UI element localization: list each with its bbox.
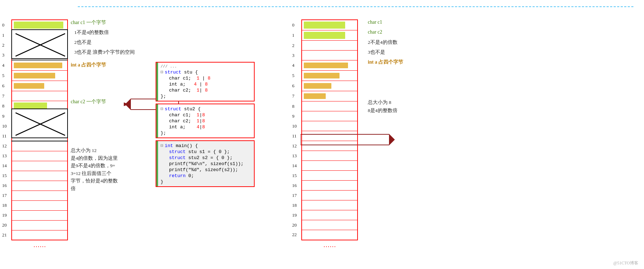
field-c2-align: 8 [202, 88, 208, 93]
ann-char-c2-text: char c2 一个字节 [71, 99, 106, 104]
right-ann-int-a-text: int a 占四个字节 [368, 59, 403, 65]
ann-int-a: int a 占四个字节 [71, 62, 106, 68]
table-row: 19 [12, 210, 68, 220]
right-bar-green-0 [304, 22, 345, 29]
stu2-field-c1-align: 8 [202, 112, 205, 118]
right-row-num-5: 5 [292, 73, 295, 78]
table-row: 16 [302, 181, 358, 191]
field-a-bar: | [199, 82, 202, 87]
row-num-7: 7 [2, 93, 5, 99]
stu2-field-c2-bar: | [199, 118, 202, 124]
watermark: @51CTO博客 [613, 260, 638, 266]
right-ann-note2-text: 2不是4的倍数 [368, 40, 398, 45]
right-row-num-10: 10 [292, 123, 297, 129]
collapse-icon-2: ⊟ [161, 106, 163, 112]
row-num-10: 10 [2, 123, 7, 129]
collapse-icon-1: ⊟ [161, 69, 163, 75]
right-row-num-20: 20 [292, 222, 297, 228]
stu2-field-c1: char c1; [169, 112, 194, 118]
ann-note3-text: 3也不是 浪费3个字节的空间 [74, 49, 135, 55]
code-line-s2: struct stu2 s2 = { 0 }; [161, 155, 253, 161]
ann-total-notes: 总大小为 12 是4的倍数，因为这里 是9不是4的倍数，9+ 3=12 往后面借… [71, 147, 118, 193]
stu2-field-a-bar: | [199, 124, 202, 130]
ann-9-text: 是9不是4的倍数，9+ [71, 162, 118, 170]
code-line-c1: char c1; 1 | 8 [161, 75, 253, 81]
stu2-field-a-align: 8 [202, 124, 205, 130]
table-row: 7 [12, 91, 68, 101]
table-row: 0 [302, 20, 358, 30]
right-row-num-13: 13 [292, 153, 297, 159]
right-row-num-12: 12 [292, 143, 297, 149]
code-line-return: return 0; [161, 173, 253, 179]
table-row: 17 [302, 191, 358, 200]
table-row: 4 [12, 60, 68, 71]
row-num-4: 4 [2, 63, 5, 68]
right-ann-total-text: 总大小为 8 [368, 99, 398, 107]
table-row: 12 [302, 141, 358, 151]
right-ann-char-c1-text: char c1 [368, 19, 382, 25]
table-row: 9 [302, 111, 358, 121]
bar-green-0 [14, 22, 63, 29]
table-row: 13 [12, 151, 68, 161]
table-row: 17 [12, 191, 68, 200]
row-num-6: 6 [2, 83, 5, 89]
right-ann-note2: 2不是4的倍数 [368, 39, 398, 46]
right-ann-char-c1: char c1 [368, 19, 382, 25]
code-line-a: int a; 4 | 8 [161, 81, 253, 87]
row-num-5: 5 [2, 73, 5, 78]
right-ann-int-a: int a 占四个字节 [368, 59, 403, 65]
ann-note1: 1不是4的整数倍 [74, 29, 109, 36]
table-row: 5 [12, 71, 68, 81]
right-row-num-22: 22 [292, 232, 297, 238]
row-num-12: 12 [2, 143, 7, 149]
row-num-11: 11 [2, 133, 7, 139]
table-row: 4 [302, 60, 358, 71]
table-row: 18 [12, 200, 68, 210]
right-row-num-0: 0 [292, 22, 295, 28]
row-num-17: 17 [2, 193, 7, 198]
ann-note2: 2也不是 [74, 39, 92, 46]
table-row: 8 [302, 101, 358, 111]
ann-char-c1: char c1 一个字节 [71, 19, 106, 26]
table-row: 11 [302, 131, 358, 141]
right-row-num-17: 17 [292, 193, 297, 198]
code-line-stu2-c2: char c2; 1 | 8 [161, 118, 253, 124]
table-row: 13 [302, 151, 358, 161]
row-num-21: 21 [2, 232, 7, 238]
row-num-15: 15 [2, 173, 7, 179]
code-line-close-main: } [161, 179, 253, 185]
right-bar-green-1 [304, 32, 345, 39]
code-line-s1: struct stu s1 = { 0 }; [161, 149, 253, 155]
ann-borrow-text: 字节，恰好是4的整数 [71, 177, 118, 185]
table-row: 20 [12, 220, 68, 230]
table-row: 21 [12, 230, 68, 240]
right-ann-char-c2: char c2 [368, 29, 382, 35]
field-c1-align: 8 [205, 76, 210, 81]
ann-multiple-text: 是4的倍数，因为这里 [71, 154, 118, 162]
stu2-field-a: int a; [169, 124, 194, 130]
ann-note3: 3也不是 浪费3个字节的空间 [74, 49, 135, 55]
table-row: 0 [12, 20, 68, 30]
x-cross-2 [11, 109, 68, 138]
collapse-icon-3: ⊟ [161, 143, 163, 148]
ann-312-text: 3=12 往后面借三个 [71, 170, 118, 177]
x-cross-1 [11, 29, 68, 59]
row-num-13: 13 [2, 153, 7, 159]
x-cross-svg-1 [12, 30, 69, 60]
right-grid-dots: …… [301, 240, 358, 250]
table-row: 3 [302, 51, 358, 60]
right-ann-multiple-text: 8是4的整数倍 [368, 107, 398, 115]
right-row-num-6: 6 [292, 83, 295, 89]
right-row-num-14: 14 [292, 163, 297, 169]
bar-yellow-6 [14, 83, 44, 89]
row-num-18: 18 [2, 203, 7, 208]
row-num-9: 9 [2, 113, 5, 119]
field-c1-bar: | [202, 76, 205, 81]
table-row: 7 [302, 91, 358, 101]
table-row: 19 [302, 210, 358, 220]
code-line-stu2-c1: char c1; 1 | 8 [161, 112, 253, 118]
stu2-field-c2: char c2; [169, 118, 194, 124]
left-annotations-col: char c1 一个字节 1不是4的整数倍 2也不是 3也不是 浪费3个字节的空… [71, 19, 156, 250]
ann-note1-text: 1不是4的整数倍 [74, 30, 109, 35]
field-a-align: 8 [202, 82, 208, 87]
